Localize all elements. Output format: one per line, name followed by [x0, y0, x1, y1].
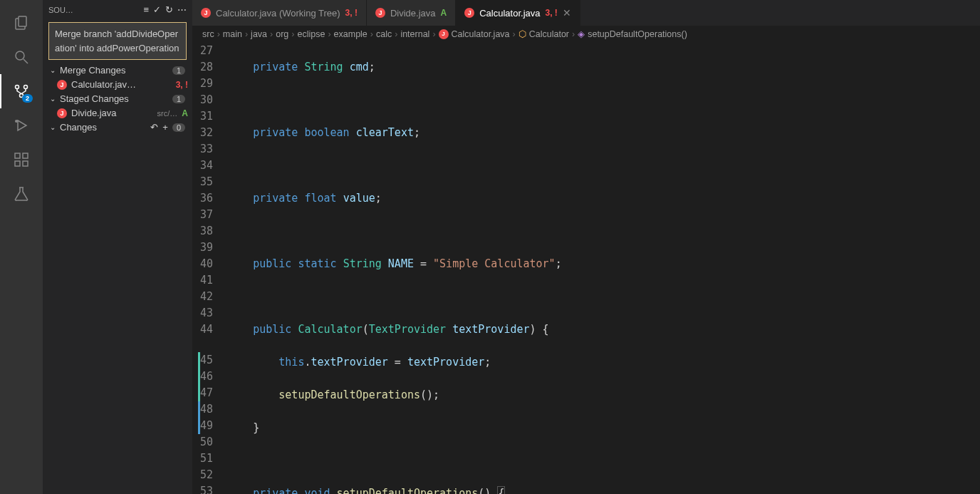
refresh-icon[interactable]: ↻: [165, 4, 173, 15]
tab-status: 3, !: [546, 8, 558, 18]
breadcrumb-method[interactable]: setupDefaultOperations(): [588, 29, 687, 39]
source-control-tab[interactable]: 2: [4, 74, 38, 108]
breadcrumb-part[interactable]: src: [202, 29, 214, 39]
extensions-icon: [13, 151, 30, 168]
tab-label: Calculator.java (Working Tree): [216, 8, 340, 19]
breadcrumb-part[interactable]: main: [223, 29, 242, 39]
tab-status: 3, !: [345, 8, 358, 18]
editor-area: J Calculator.java (Working Tree) 3, ! J …: [192, 0, 980, 494]
breadcrumb-file[interactable]: Calculator.java: [452, 29, 510, 39]
tab-calculator-working-tree[interactable]: J Calculator.java (Working Tree) 3, !: [192, 0, 367, 26]
breadcrumb-part[interactable]: java: [251, 29, 267, 39]
svg-rect-9: [15, 161, 20, 166]
tab-status: A: [441, 8, 447, 18]
testing-tab[interactable]: [4, 177, 38, 211]
java-file-icon: J: [464, 8, 474, 18]
merge-changes-section[interactable]: ⌄ Merge Changes 1: [43, 63, 192, 78]
staged-changes-section[interactable]: ⌄ Staged Changes 1: [43, 91, 192, 106]
scm-badge: 2: [22, 94, 33, 103]
breadcrumb-class[interactable]: Calculator: [529, 29, 569, 39]
tab-divide[interactable]: J Divide.java A: [367, 0, 456, 26]
class-icon: ⬡: [518, 29, 526, 39]
breadcrumb[interactable]: src› main› java› org› eclipse› example› …: [192, 26, 980, 43]
staged-file-path: src/…: [157, 109, 178, 118]
debug-icon: [13, 117, 30, 134]
svg-line-2: [24, 59, 28, 63]
chevron-down-icon: ⌄: [50, 66, 56, 74]
files-icon: [13, 14, 30, 31]
commit-message-input[interactable]: Merge branch 'addDivideOperation' into a…: [48, 22, 187, 60]
breadcrumb-part[interactable]: example: [334, 29, 368, 39]
chevron-down-icon: ⌄: [50, 95, 56, 103]
merge-file-name: Calculator.jav…: [71, 79, 172, 90]
sidebar-header: SOU… ≡ ✓ ↻ ⋯: [43, 0, 192, 19]
merge-changes-count: 1: [172, 66, 185, 75]
staged-changes-label: Staged Changes: [60, 93, 168, 104]
tab-calculator[interactable]: J Calculator.java 3, ! ✕: [456, 0, 580, 26]
close-icon[interactable]: ✕: [563, 7, 571, 19]
svg-rect-8: [23, 153, 28, 158]
svg-point-6: [15, 120, 18, 123]
staged-file-name: Divide.java: [71, 108, 153, 118]
search-icon: [13, 48, 30, 66]
activity-bar: 2: [0, 0, 43, 494]
changes-section[interactable]: ⌄ Changes ↶ + 0: [43, 120, 192, 135]
chevron-down-icon: ⌄: [50, 123, 56, 131]
changes-label: Changes: [60, 122, 146, 133]
merge-changes-label: Merge Changes: [60, 65, 168, 76]
debug-tab[interactable]: [4, 108, 38, 143]
commit-icon[interactable]: ✓: [153, 4, 161, 15]
java-file-icon: J: [201, 8, 211, 18]
merge-file-status: 3, !: [176, 80, 188, 90]
staged-changes-count: 1: [172, 95, 185, 103]
code-content[interactable]: private String cmd; private boolean clea…: [223, 43, 980, 494]
breadcrumb-part[interactable]: org: [276, 29, 288, 39]
staged-file-row[interactable]: J Divide.java src/… A: [43, 106, 192, 120]
java-file-icon: J: [439, 29, 449, 39]
view-as-tree-icon[interactable]: ≡: [143, 4, 149, 15]
svg-point-3: [16, 86, 19, 89]
extensions-tab[interactable]: [4, 143, 38, 177]
line-gutter: 27 28 29 30 31 32 33 34 35 36 37 38 39 4…: [192, 43, 223, 494]
source-control-sidebar: SOU… ≡ ✓ ↻ ⋯ Merge branch 'addDivideOper…: [43, 0, 192, 494]
discard-all-icon[interactable]: ↶: [150, 122, 158, 133]
tab-label: Calculator.java: [479, 8, 540, 19]
svg-rect-0: [19, 16, 26, 26]
java-file-icon: J: [375, 8, 385, 18]
code-editor[interactable]: 27 28 29 30 31 32 33 34 35 36 37 38 39 4…: [192, 43, 980, 494]
breadcrumb-part[interactable]: eclipse: [297, 29, 325, 39]
stage-all-icon[interactable]: +: [162, 122, 168, 133]
svg-point-4: [24, 86, 28, 89]
java-file-icon: J: [57, 80, 67, 90]
breadcrumb-part[interactable]: internal: [400, 29, 429, 39]
svg-rect-10: [23, 161, 28, 166]
flask-icon: [13, 185, 30, 202]
merge-file-row[interactable]: J Calculator.jav… 3, !: [43, 78, 192, 91]
svg-point-1: [16, 51, 24, 60]
editor-tabs: J Calculator.java (Working Tree) 3, ! J …: [192, 0, 980, 26]
explorer-tab[interactable]: [4, 6, 38, 40]
changes-count: 0: [172, 123, 185, 132]
breadcrumb-part[interactable]: calc: [376, 29, 392, 39]
more-actions-icon[interactable]: ⋯: [177, 4, 187, 15]
method-icon: ◈: [578, 29, 585, 39]
staged-file-status: A: [182, 108, 188, 118]
svg-rect-7: [15, 153, 20, 158]
tab-label: Divide.java: [390, 8, 436, 19]
sidebar-title: SOU…: [48, 6, 139, 14]
java-file-icon: J: [57, 108, 67, 118]
search-tab[interactable]: [4, 40, 38, 74]
